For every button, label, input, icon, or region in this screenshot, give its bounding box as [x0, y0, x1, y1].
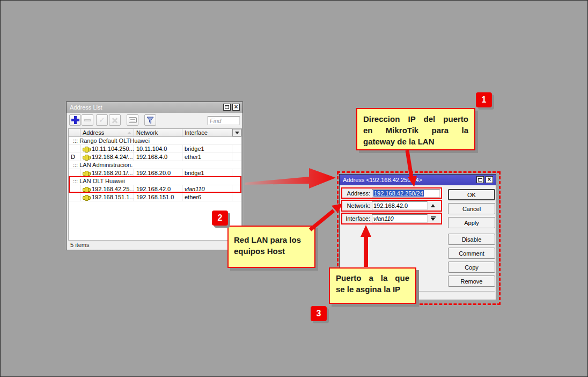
window-title: Address List — [70, 104, 102, 111]
add-button[interactable] — [69, 114, 81, 126]
copy-button[interactable]: Copy — [448, 262, 495, 273]
callout-port-note: Puerto a la que se le asgina la IP — [329, 267, 416, 304]
comment-icon — [129, 117, 137, 123]
collapse-button[interactable] — [428, 201, 438, 210]
interface-column-header[interactable]: Interface — [182, 129, 232, 136]
maximize-icon — [225, 105, 229, 109]
address-input[interactable]: 192.168.42.250/24 — [372, 189, 440, 198]
big-arrow-to-dialog — [245, 168, 336, 189]
interface-label: Interface: — [342, 215, 372, 222]
table-row[interactable]: 192.168.151.1... 192.168.151.0 ether6 — [69, 193, 241, 201]
table-row-highlighted[interactable]: 192.168.42.25... 192.168.42.0 vlan110 — [69, 185, 241, 193]
address-label: Address: — [342, 190, 372, 197]
status-bar: 5 items — [68, 240, 241, 249]
chevron-down-icon — [235, 132, 239, 134]
table-rows: ::: Rango Default OLTHuawei 10.11.104.25… — [69, 137, 241, 201]
flag-column-header[interactable] — [69, 129, 80, 136]
find-input[interactable] — [208, 116, 240, 125]
address-icon — [83, 171, 90, 176]
dropdown-button[interactable] — [428, 214, 438, 223]
close-button[interactable]: × — [232, 104, 240, 111]
address-column-header[interactable]: Address — [80, 129, 134, 136]
step-marker-1: 1 — [476, 92, 492, 107]
address-list-titlebar[interactable]: Address List × — [67, 102, 242, 113]
comment-button[interactable]: Comment — [448, 248, 495, 259]
enable-button[interactable]: ✓ — [96, 114, 108, 126]
maximize-icon — [478, 178, 482, 182]
comment-row-highlighted[interactable]: ::: LAN OLT Huawei — [69, 177, 241, 185]
selected-text: 192.168.42.250/24 — [373, 190, 424, 197]
step-marker-3: 3 — [311, 306, 327, 321]
interface-field-group: Interface: vlan110 — [341, 213, 442, 224]
table-row[interactable]: D 192.168.4.24/... 192.168.4.0 ether1 — [69, 153, 241, 161]
disable-button[interactable]: Disable — [448, 234, 495, 245]
network-field-group: Network: 192.168.42.0 — [341, 200, 442, 212]
address-icon — [83, 195, 90, 200]
chevron-up-icon — [431, 204, 435, 207]
dialog-titlebar[interactable]: Address <192.168.42.250/24> × — [340, 175, 496, 185]
address-icon — [83, 155, 90, 160]
filter-button[interactable] — [144, 114, 156, 126]
remove-button[interactable]: Remove — [448, 276, 495, 287]
comment-row[interactable]: ::: Rango Default OLTHuawei — [69, 137, 241, 145]
close-icon: × — [487, 176, 491, 183]
table-header: Address Network Interface — [69, 129, 241, 137]
comment-button[interactable] — [127, 114, 138, 126]
table-row[interactable]: 10.11.104.250... 10.11.104.0 bridge1 — [69, 145, 241, 153]
address-icon — [83, 187, 90, 192]
item-count: 5 items — [70, 242, 89, 248]
callout-lan-note: Red LAN para los equipos Host — [227, 226, 315, 268]
close-icon: × — [234, 104, 238, 110]
apply-button[interactable]: Apply — [448, 217, 495, 228]
network-column-header[interactable]: Network — [134, 129, 182, 136]
sort-indicator-icon — [127, 132, 131, 134]
dialog-title: Address <192.168.42.250/24> — [343, 177, 422, 183]
cancel-button[interactable]: Cancel — [448, 203, 495, 214]
address-icon — [83, 147, 90, 151]
callout-gateway-note: Direccion IP del puerto en MikroTik para… — [356, 108, 475, 150]
filter-icon — [146, 117, 154, 124]
address-list-window: Address List × ✓ Address Network Interfa… — [66, 102, 243, 250]
step-marker-2: 2 — [212, 211, 228, 226]
check-icon: ✓ — [99, 116, 105, 124]
disable-button[interactable] — [109, 114, 121, 126]
remove-icon — [84, 119, 91, 121]
interface-select[interactable]: vlan110 — [372, 214, 428, 223]
desktop: Address List × ✓ Address Network Interfa… — [0, 0, 588, 377]
dropdown-icon — [431, 216, 436, 221]
network-label: Network: — [342, 202, 372, 209]
remove-button[interactable] — [82, 114, 93, 126]
maximize-button[interactable] — [223, 104, 231, 111]
close-button[interactable]: × — [486, 176, 493, 183]
cross-icon — [112, 117, 118, 124]
address-field-group: Address: 192.168.42.250/24 — [341, 187, 442, 199]
comment-row[interactable]: ::: LAN Administracion. — [69, 161, 241, 169]
ok-button[interactable]: OK — [448, 189, 495, 200]
table-row[interactable]: 192.168.20.1/... 192.168.20.0 bridge1 — [69, 169, 241, 177]
network-input[interactable]: 192.168.42.0 — [372, 201, 428, 210]
add-icon — [71, 116, 79, 124]
column-menu-button[interactable] — [232, 129, 241, 136]
maximize-button[interactable] — [476, 176, 484, 183]
